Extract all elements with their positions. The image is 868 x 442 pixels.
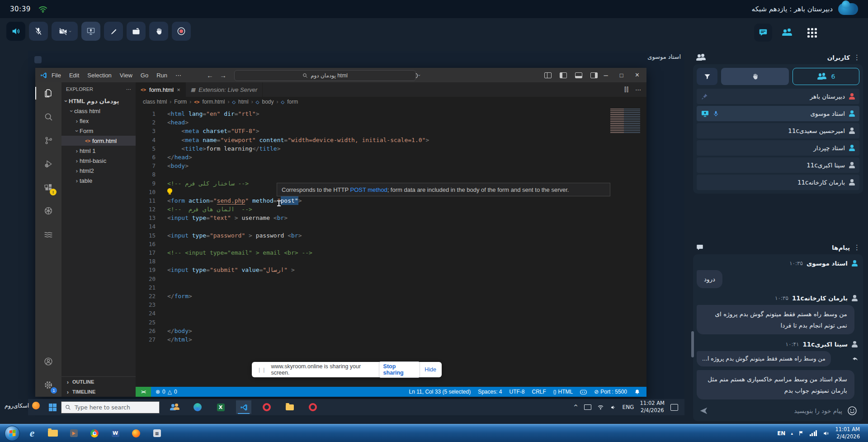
language-mode[interactable]: {}HTML: [553, 389, 573, 395]
command-center-search[interactable]: پودمان دوم html: [234, 70, 416, 81]
waves-extension-icon[interactable]: [41, 227, 56, 242]
cursor-position[interactable]: Ln 11, Col 33 (5 selected): [409, 389, 471, 395]
hide-share-bar-link[interactable]: Hide: [425, 366, 436, 373]
lightbulb-code-action-icon[interactable]: [167, 188, 172, 193]
account-icon[interactable]: [41, 354, 56, 369]
user-row[interactable]: استاد موسوی: [697, 106, 859, 121]
chrome-icon[interactable]: [86, 426, 103, 441]
drag-handle-icon[interactable]: ❘❘: [257, 367, 266, 373]
live-server-port[interactable]: ⊘Port : 5500: [594, 389, 627, 395]
mic-badge[interactable]: [712, 110, 719, 117]
nav-back-icon[interactable]: ←: [203, 71, 217, 79]
users-panel-menu-icon[interactable]: ⋮: [854, 53, 860, 62]
eol-sequence[interactable]: CRLF: [532, 389, 546, 395]
network-signal-icon[interactable]: [810, 430, 817, 436]
media-player-icon[interactable]: [65, 426, 82, 441]
screen-share-button[interactable]: [81, 22, 100, 41]
search-tab-icon[interactable]: [41, 109, 56, 124]
host-start-button[interactable]: [5, 426, 20, 441]
indentation[interactable]: Spaces: 4: [478, 389, 502, 395]
taskbar-search-box[interactable]: Type here to search: [61, 401, 160, 413]
settings-gear-icon[interactable]: 1: [41, 378, 56, 392]
raised-hands-button[interactable]: [721, 68, 789, 85]
warnings-count[interactable]: 0: [174, 389, 177, 395]
errors-icon[interactable]: ⊗: [156, 389, 160, 395]
customize-layout-icon[interactable]: [544, 72, 552, 78]
code-line[interactable]: 19<input type="submit" value="ارسال" >: [136, 266, 646, 274]
message-input[interactable]: پیام خود را بنویسید: [693, 400, 863, 421]
encoding[interactable]: UTF-8: [509, 389, 525, 395]
send-message-icon[interactable]: [698, 406, 708, 416]
tree-item-html-1[interactable]: ›html 1: [61, 146, 136, 156]
calculator-icon[interactable]: ▦: [148, 426, 165, 441]
camera-button[interactable]: ›: [52, 22, 78, 41]
taskbar-clock[interactable]: 11:02 AM 2/4/2026: [640, 400, 665, 414]
reply-arrow-icon[interactable]: [851, 355, 859, 362]
copilot-status-icon[interactable]: [580, 389, 587, 394]
code-line[interactable]: 3 <meta charset="UTF-8">: [136, 127, 646, 135]
split-editor-icon[interactable]: ⫿⫿: [624, 86, 629, 93]
notifications-bell-icon[interactable]: [634, 389, 640, 395]
toggle-sidebar-icon[interactable]: [560, 72, 567, 78]
menu-file[interactable]: File: [47, 72, 65, 79]
excel-app-icon[interactable]: X: [213, 400, 228, 414]
tab-live-server[interactable]: ▦ Extension: Live Server: [186, 82, 263, 97]
tree-item-html2[interactable]: ›html2: [61, 166, 136, 176]
outline-section[interactable]: ›OUTLINE: [61, 377, 136, 387]
code-line[interactable]: 13<input type="text" > username <br>: [136, 214, 646, 222]
speaker-button[interactable]: [6, 22, 25, 41]
tree-item-class-html[interactable]: ›class html: [61, 106, 136, 116]
code-line[interactable]: 4 <meta name="viewport" content="width=d…: [136, 136, 646, 144]
code-line[interactable]: 8: [136, 170, 646, 179]
menu-go[interactable]: Go: [137, 72, 152, 79]
language-indicator[interactable]: ENG: [623, 404, 634, 410]
code-line[interactable]: 15<input type="password" > password <br>: [136, 231, 646, 240]
participants-toggle-button[interactable]: [778, 24, 797, 42]
breadcrumb-item[interactable]: body: [262, 99, 274, 105]
host-volume-icon[interactable]: [822, 430, 830, 437]
code-editor[interactable]: 1<html lang="en" dir="rtl">2<head>3 <met…: [136, 107, 646, 387]
errors-count[interactable]: 0: [162, 389, 165, 395]
editor-more-icon[interactable]: ⋯: [635, 86, 641, 93]
menu-selection[interactable]: Selection: [83, 72, 115, 79]
code-line[interactable]: 5 <title>form learning</title>: [136, 144, 646, 153]
stop-sharing-button[interactable]: Stop sharing: [379, 361, 420, 378]
tree-item-form-html[interactable]: <>form.html: [61, 136, 136, 146]
start-button[interactable]: [49, 404, 57, 411]
host-clock[interactable]: 11:01 AM 2/4/2026: [835, 426, 860, 440]
breadcrumb-item[interactable]: form.html: [202, 99, 225, 105]
chat-toggle-button[interactable]: [754, 24, 772, 42]
code-line[interactable]: 22</form>: [136, 292, 646, 300]
source-control-tab-icon[interactable]: [41, 133, 56, 147]
tray-expand-icon[interactable]: ^: [573, 404, 578, 410]
messages-scrollbar[interactable]: [691, 331, 694, 357]
restore-icon[interactable]: □: [620, 72, 623, 79]
warnings-icon[interactable]: △: [168, 389, 172, 395]
remote-indicator[interactable]: ><: [136, 387, 151, 397]
minimap[interactable]: [610, 109, 640, 134]
annotate-button[interactable]: [104, 22, 123, 41]
close-icon[interactable]: ×: [635, 71, 639, 79]
tree-item-flex[interactable]: ›flex: [61, 116, 136, 126]
record-button[interactable]: [172, 22, 191, 41]
explorer-more-icon[interactable]: ⋯: [126, 86, 131, 92]
quoted-message-bubble[interactable]: من وسط راه هستم فقط میتونم گوش بدم پروژه…: [697, 351, 831, 367]
tab-close-icon[interactable]: ×: [177, 86, 180, 93]
code-line[interactable]: 27</html>: [136, 335, 646, 344]
code-line[interactable]: 14: [136, 222, 646, 231]
tray-expand-icon[interactable]: ▴: [791, 431, 793, 436]
tree-item-html-basic[interactable]: ›html-basic: [61, 156, 136, 166]
message-bubble[interactable]: من وسط راه هستم فقط میتونم گوش بدم پروژه…: [697, 305, 854, 334]
vscode-app-icon[interactable]: [236, 400, 251, 414]
code-line[interactable]: 17<!-- <input type="email" > email <br> …: [136, 248, 646, 257]
code-line[interactable]: 7<body>: [136, 162, 646, 170]
toggle-secondary-sidebar-icon[interactable]: [590, 72, 598, 78]
timeline-section[interactable]: ›TIMELINE: [61, 387, 136, 397]
apps-grid-button[interactable]: [803, 24, 821, 42]
user-row[interactable]: بارمان کارخانه11c: [697, 175, 859, 190]
code-line[interactable]: 1<html lang="en" dir="rtl">: [136, 109, 646, 118]
resources-button[interactable]: [127, 22, 146, 41]
shared-screen-pin-icon[interactable]: [34, 56, 42, 63]
code-line[interactable]: 20: [136, 275, 646, 283]
tree-item-form[interactable]: ›Form: [61, 126, 136, 136]
